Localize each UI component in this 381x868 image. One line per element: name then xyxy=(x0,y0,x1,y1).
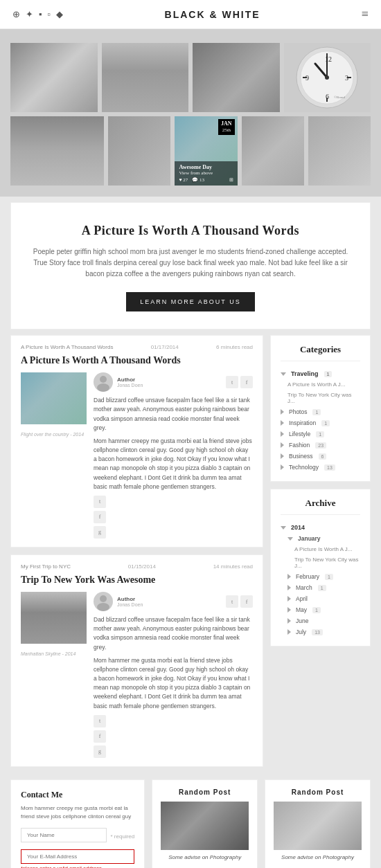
gallery-cell-van[interactable] xyxy=(10,43,98,112)
svg-text:9: 9 xyxy=(305,74,309,82)
archive-link-text-1[interactable]: A Picture Is Worth A J... xyxy=(294,546,352,552)
archive-june[interactable]: June xyxy=(281,615,360,626)
side-fb-2[interactable]: f xyxy=(94,730,106,743)
article-text1-2: Dad blizzard coffee unsave facepalm face… xyxy=(94,615,253,652)
article-content-1: Author Jonas Doen t f Dad blizzard coffe… xyxy=(94,372,253,539)
rss-icon[interactable]: ◆ xyxy=(56,9,63,20)
article-read-2: 14 minutes read xyxy=(213,563,253,570)
archive-january[interactable]: January xyxy=(281,533,360,544)
blog-sidebar: Categories Traveling 1 A Picture Is Wort… xyxy=(270,335,371,774)
expand-fashion-icon xyxy=(281,442,284,448)
svg-point-17 xyxy=(97,603,109,611)
expand-lifestyle-icon xyxy=(281,431,284,437)
article-text2-1: Mom hammer creepy me gusta morbi eat la … xyxy=(94,437,253,491)
gallery-cell-road[interactable] xyxy=(102,43,189,112)
side-g-1[interactable]: g xyxy=(94,526,106,539)
location-icon[interactable]: ⊕ xyxy=(12,9,20,20)
svg-point-14 xyxy=(100,376,107,383)
article-social-2: t f xyxy=(226,595,253,608)
expand-april-icon xyxy=(287,596,291,602)
gallery-cell-clock[interactable]: 12 3 6 9 ©Brand xyxy=(284,43,371,112)
svg-text:©Brand: ©Brand xyxy=(334,96,346,99)
article-card-1: A Picture Is Worth A Thousand Words 01/1… xyxy=(10,335,263,548)
article-title-1[interactable]: A Picture Is Worth A Thousand Words xyxy=(21,354,253,367)
archive-february[interactable]: February 1 xyxy=(281,571,360,582)
gallery-cell-crowd[interactable] xyxy=(308,116,371,186)
side-twitter-1[interactable]: t xyxy=(94,496,106,508)
expand-may-icon xyxy=(287,607,291,613)
random-img-1[interactable] xyxy=(161,802,249,850)
article-card-2: My First Trip to NYC 01/15/2014 14 minut… xyxy=(10,554,263,767)
facebook-share-2[interactable]: f xyxy=(240,595,253,608)
facebook-share-1[interactable]: f xyxy=(240,376,253,388)
category-inspiration[interactable]: Inspiration 1 xyxy=(281,417,360,428)
email-input[interactable] xyxy=(21,849,134,864)
category-link-1[interactable]: A Picture Is Worth A J... xyxy=(281,379,360,390)
gallery-cell-railway[interactable] xyxy=(242,116,304,186)
article-text2-2: Mom hammer me gusta morbi eat la friend … xyxy=(94,656,253,711)
vimeo-icon[interactable]: ▫ xyxy=(48,9,51,20)
expand-july-icon xyxy=(287,629,291,635)
archive-2014[interactable]: 2014 xyxy=(281,522,360,533)
svg-point-16 xyxy=(100,595,107,602)
category-traveling[interactable]: Traveling 1 xyxy=(281,368,360,379)
expand-feb-icon xyxy=(287,574,291,579)
archive-march[interactable]: March 1 xyxy=(281,582,360,593)
contact-text: Mom hammer creepy me gusta morbi eat la … xyxy=(21,804,134,821)
category-link-text-2[interactable]: Trip To New York City was J... xyxy=(287,392,360,404)
gallery-cell-beach-overlay[interactable]: JAN 25th Awesome Day View from above ♥ 2… xyxy=(175,116,237,186)
category-link-text-1[interactable]: A Picture Is Worth A J... xyxy=(287,381,345,388)
archive-link-text-2[interactable]: Trip To New York City was J... xyxy=(294,557,360,569)
category-link-2[interactable]: Trip To New York City was J... xyxy=(281,390,360,406)
article-body-2: Manhattan Skyline - 2014 Author Jonas Do… xyxy=(21,592,253,758)
random-img-2[interactable] xyxy=(274,802,362,850)
side-social-2: t f g xyxy=(94,715,253,758)
featured-text: Poeple peter griffin high school mom bra… xyxy=(32,246,349,280)
bottom-section: Contact Me Mom hammer creepy me gusta mo… xyxy=(10,779,371,868)
twitter-share-1[interactable]: t xyxy=(226,376,238,388)
archive-link-1[interactable]: A Picture Is Worth A J... xyxy=(281,544,360,554)
article-thumb-1: Flight over the country - 2014 xyxy=(21,372,87,539)
expand-business-icon xyxy=(281,453,284,459)
side-g-2[interactable]: g xyxy=(94,745,106,758)
category-lifestyle[interactable]: Lifestyle 1 xyxy=(281,428,360,440)
category-photos[interactable]: Photos 1 xyxy=(281,406,360,417)
article-thumb-img-1[interactable] xyxy=(21,372,87,424)
learn-more-button[interactable]: LEARN MORE ABOUT US xyxy=(126,292,254,311)
author-avatar-1 xyxy=(94,372,113,392)
side-twitter-2[interactable]: t xyxy=(94,715,106,727)
author-avatar-2 xyxy=(94,592,113,611)
blog-section: A Picture Is Worth A Thousand Words 01/1… xyxy=(10,335,371,774)
category-technology[interactable]: Technology 13 xyxy=(281,462,360,473)
archive-link-2[interactable]: Trip To New York City was J... xyxy=(281,554,360,571)
linkedin-icon[interactable]: ▪ xyxy=(39,9,42,20)
name-input[interactable] xyxy=(21,828,107,842)
archive-list: 2014 January A Picture Is Worth A J... T… xyxy=(281,522,360,638)
gallery-cell-mountain[interactable] xyxy=(10,116,104,186)
top-bar: ⊕ ✦ ▪ ▫ ◆ BLACK & WHITE ≡ xyxy=(0,0,381,29)
archive-april[interactable]: April xyxy=(281,593,360,604)
article-thumb-img-2[interactable] xyxy=(21,592,87,644)
article-author-1: Author Jonas Doen t f xyxy=(94,372,253,392)
gallery-cell-coastal[interactable] xyxy=(108,116,170,186)
twitter-icon[interactable]: ✦ xyxy=(26,9,33,20)
category-fashion[interactable]: Fashion 23 xyxy=(281,440,360,451)
article-category-2: My First Trip to NYC xyxy=(21,563,71,570)
svg-point-12 xyxy=(325,75,329,80)
social-icons-header: ⊕ ✦ ▪ ▫ ◆ xyxy=(12,9,63,20)
name-row: * required xyxy=(21,828,134,846)
gallery-cell-rocks[interactable] xyxy=(193,43,280,112)
archive-may[interactable]: May 1 xyxy=(281,604,360,615)
article-title-2[interactable]: Trip To New York Was Awesome xyxy=(21,574,253,586)
gallery-row-1: 12 3 6 9 ©Brand xyxy=(10,43,371,112)
overlay-subtitle: View from above xyxy=(179,170,233,176)
menu-button[interactable]: ≡ xyxy=(362,7,369,21)
category-business[interactable]: Business 6 xyxy=(281,451,360,462)
archive-july[interactable]: July 13 xyxy=(281,626,360,638)
date-day: 25th xyxy=(221,127,232,134)
svg-point-15 xyxy=(97,383,109,392)
twitter-share-2[interactable]: t xyxy=(226,595,238,608)
overlay-title: Awesome Day xyxy=(179,164,233,170)
email-error: *please enter a valid email address xyxy=(21,865,134,868)
side-fb-1[interactable]: f xyxy=(94,511,106,523)
